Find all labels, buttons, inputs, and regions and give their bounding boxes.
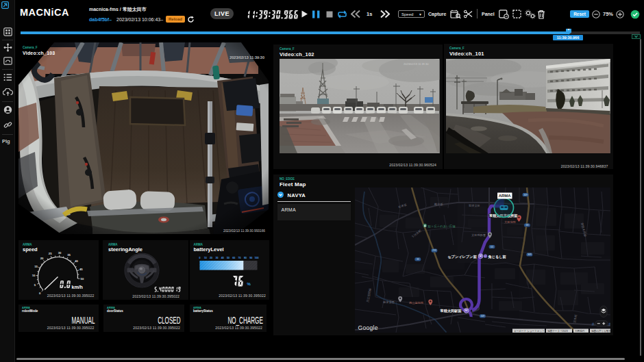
svg-text:常陸太田線: 常陸太田線 bbox=[580, 222, 587, 237]
svg-text:33: 33 bbox=[416, 258, 419, 261]
svg-text:50: 50 bbox=[80, 277, 84, 281]
svg-text:100: 100 bbox=[255, 257, 259, 259]
svg-text:10: 10 bbox=[204, 257, 207, 259]
svg-text:50: 50 bbox=[227, 257, 230, 259]
svg-text:63: 63 bbox=[491, 246, 493, 248]
svg-text:70: 70 bbox=[238, 257, 241, 259]
svg-text:利用規約: 利用規約 bbox=[575, 329, 585, 333]
svg-text:水: 水 bbox=[608, 322, 610, 326]
svg-text:常陸太田: 常陸太田 bbox=[469, 204, 480, 207]
svg-text:40: 40 bbox=[75, 259, 78, 263]
svg-text:68: 68 bbox=[525, 224, 528, 227]
svg-text:地図の誤りを報告: 地図の誤りを報告 bbox=[591, 329, 611, 333]
svg-text:349: 349 bbox=[523, 194, 528, 196]
svg-text:キーボード ショートカット: キーボード ショートカット bbox=[514, 329, 545, 333]
svg-text:常陸太田駅前: 常陸太田駅前 bbox=[440, 309, 462, 313]
svg-text:30: 30 bbox=[58, 250, 61, 254]
svg-text:角じるし前: 角じるし前 bbox=[487, 255, 506, 259]
svg-text:90: 90 bbox=[249, 257, 252, 259]
svg-text:西山堂病院: 西山堂病院 bbox=[409, 301, 424, 305]
svg-text:0: 0 bbox=[38, 291, 40, 294]
svg-text:35: 35 bbox=[67, 253, 71, 257]
svg-text:80: 80 bbox=[244, 257, 247, 259]
svg-text:10: 10 bbox=[32, 274, 35, 277]
svg-text:愛保育園: 愛保育園 bbox=[383, 300, 395, 304]
svg-text:椎谷坂: 椎谷坂 bbox=[434, 203, 443, 206]
svg-text:地図データ ©2023: 地図データ ©2023 bbox=[547, 330, 568, 333]
svg-text:20: 20 bbox=[210, 257, 212, 259]
svg-text:セブンイレブン前: セブンイレブン前 bbox=[447, 255, 477, 259]
svg-text:Google: Google bbox=[358, 324, 377, 331]
svg-text:ARMA: ARMA bbox=[498, 194, 511, 198]
svg-text:5: 5 bbox=[34, 283, 36, 286]
svg-text:349: 349 bbox=[480, 315, 484, 318]
svg-text:293: 293 bbox=[432, 249, 436, 252]
svg-text:15: 15 bbox=[34, 264, 38, 268]
svg-text:30: 30 bbox=[215, 257, 218, 259]
svg-text:45: 45 bbox=[79, 268, 82, 271]
svg-text:水: 水 bbox=[591, 322, 595, 326]
svg-text:太田税務署: 太田税務署 bbox=[471, 233, 486, 237]
svg-text:20: 20 bbox=[40, 257, 43, 260]
svg-text:大田病院: 大田病院 bbox=[504, 220, 517, 224]
svg-text:25: 25 bbox=[48, 252, 51, 255]
svg-text:349: 349 bbox=[527, 253, 531, 256]
svg-text:0: 0 bbox=[199, 257, 201, 259]
svg-text:60: 60 bbox=[232, 257, 235, 259]
svg-text:40: 40 bbox=[221, 257, 224, 259]
svg-text:♪: ♪ bbox=[484, 255, 486, 258]
